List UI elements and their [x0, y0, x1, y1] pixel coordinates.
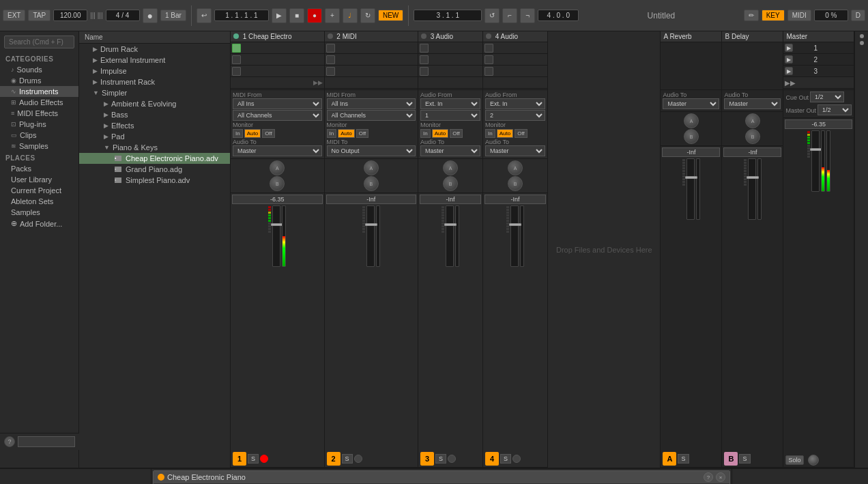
- master-play-2[interactable]: ▶: [785, 55, 793, 63]
- browser-item-drum-rack[interactable]: ▶ Drum Rack: [79, 44, 230, 55]
- track-4-audio-from[interactable]: Ext. In: [485, 98, 545, 109]
- pencil-button[interactable]: ✏: [744, 10, 759, 21]
- sidebar-item-add-folder[interactable]: ⊕Add Folder...: [0, 218, 78, 229]
- track-3-solo[interactable]: S: [435, 454, 446, 464]
- clip-btn[interactable]: [326, 55, 335, 64]
- clip-btn[interactable]: [326, 67, 335, 76]
- record-mode-button[interactable]: ●: [143, 8, 158, 23]
- sidebar-item-ableton-sets[interactable]: Ableton Sets: [0, 196, 78, 207]
- browser-item-bass[interactable]: ▶ Bass: [79, 109, 230, 120]
- follow-button[interactable]: ↻: [360, 8, 375, 23]
- clip-btn[interactable]: [484, 44, 493, 53]
- track-1-clip-2[interactable]: [231, 54, 324, 66]
- track-3-clip-3[interactable]: [418, 66, 482, 77]
- track-2-scene[interactable]: [325, 77, 418, 89]
- cue-out-select[interactable]: 1/2: [810, 91, 844, 102]
- send-b-knob[interactable]: B: [443, 176, 458, 191]
- return-b-letter[interactable]: B: [724, 452, 738, 466]
- browser-item-grand-piano[interactable]: ▪ Grand Piano.adg: [79, 164, 230, 175]
- send-b-knob[interactable]: B: [364, 176, 379, 191]
- track-3-fader-track[interactable]: [446, 205, 454, 267]
- send-a-knob[interactable]: A: [270, 160, 285, 175]
- return-a-send-b[interactable]: B: [684, 129, 699, 144]
- track-3-scene[interactable]: [418, 77, 482, 89]
- master-clip-3[interactable]: ▶ 3: [783, 66, 854, 77]
- track-2-midi-from[interactable]: All Ins: [327, 98, 416, 109]
- sidebar-item-packs[interactable]: Packs: [0, 163, 78, 174]
- track-1-arm[interactable]: [260, 455, 268, 463]
- master-fader-value[interactable]: -6.35: [785, 119, 852, 129]
- browser-item-simplest-piano[interactable]: ▪ Simplest Piano.adv: [79, 175, 230, 186]
- track-2-number[interactable]: 2: [327, 452, 341, 466]
- return-b-send-b[interactable]: B: [745, 129, 760, 144]
- master-clip-1[interactable]: ▶ 1: [783, 42, 854, 54]
- return-a-fader-value[interactable]: -Inf: [662, 147, 720, 157]
- track-3-clip-2[interactable]: [418, 54, 482, 66]
- track-1-midi-from[interactable]: All Ins: [233, 98, 322, 109]
- track-3-audio-to[interactable]: Master: [420, 145, 480, 156]
- record-button[interactable]: ●: [307, 8, 322, 23]
- browser-item-external-instrument[interactable]: ▶ External Instrument: [79, 55, 230, 66]
- track-3-audio-from[interactable]: Ext. In: [420, 98, 480, 109]
- monitor-in-btn[interactable]: In: [233, 129, 243, 138]
- track-4-scene[interactable]: [483, 77, 547, 89]
- track-1-fader-value[interactable]: -6.35: [232, 195, 323, 204]
- monitor-auto-btn[interactable]: Auto: [338, 129, 354, 138]
- info-button[interactable]: ?: [4, 436, 15, 447]
- return-b-solo[interactable]: S: [739, 454, 750, 464]
- punch-out[interactable]: ¬: [520, 8, 535, 23]
- tap-button[interactable]: TAP: [28, 10, 50, 21]
- track-4-clip-1[interactable]: [483, 42, 547, 54]
- master-clip-2[interactable]: ▶ 2: [783, 54, 854, 66]
- browser-item-pad[interactable]: ▶ Pad: [79, 131, 230, 142]
- send-a-knob[interactable]: A: [508, 160, 523, 175]
- sidebar-item-plugins[interactable]: ⊡ Plug-ins: [0, 119, 78, 130]
- browser-item-impulse[interactable]: ▶ Impulse: [79, 66, 230, 76]
- monitor-off-btn[interactable]: Off: [356, 129, 369, 138]
- sidebar-item-samples[interactable]: ≋ Samples: [0, 141, 78, 152]
- clip-btn[interactable]: [420, 44, 429, 53]
- monitor-in-btn[interactable]: In: [485, 129, 495, 138]
- end-position-display[interactable]: 4 . 0 . 0: [538, 10, 579, 21]
- track-4-clip-3[interactable]: [483, 66, 547, 77]
- arrange-back-button[interactable]: ↩: [197, 8, 212, 23]
- return-b-send-a[interactable]: A: [745, 113, 760, 128]
- monitor-off-btn[interactable]: Off: [262, 129, 275, 138]
- clip-btn[interactable]: [420, 55, 429, 64]
- midi-map-button[interactable]: MIDI: [787, 10, 811, 21]
- track-3-clip-1[interactable]: [418, 42, 482, 54]
- monitor-auto-btn[interactable]: Auto: [244, 129, 261, 138]
- overdub-button[interactable]: +: [325, 8, 340, 23]
- track-2-fader-value[interactable]: -Inf: [326, 195, 417, 204]
- return-a-send-a[interactable]: A: [684, 113, 699, 128]
- return-b-fader-handle[interactable]: [747, 176, 759, 179]
- track-2-fader-handle[interactable]: [365, 223, 377, 226]
- master-scene-launch[interactable]: ▶▶: [783, 77, 854, 89]
- send-a-knob[interactable]: A: [443, 160, 458, 175]
- return-a-fader-handle[interactable]: [685, 176, 697, 179]
- return-a-audio-to[interactable]: Master: [663, 98, 719, 109]
- sidebar-item-drums[interactable]: ◉ Drums: [0, 75, 78, 86]
- new-button[interactable]: NEW: [378, 10, 403, 21]
- browser-item-instrument-rack[interactable]: ▶ Instrument Rack: [79, 76, 230, 87]
- loop-len-button[interactable]: 1 Bar: [160, 10, 186, 21]
- browser-item-cheap-piano[interactable]: ▪ Cheap Electronic Piano.adv: [79, 153, 230, 164]
- return-a-solo[interactable]: S: [678, 454, 689, 464]
- track-4-fader-track[interactable]: [510, 205, 519, 267]
- master-solo-btn[interactable]: Solo: [785, 455, 803, 465]
- clip-stop-btn[interactable]: [232, 55, 241, 64]
- clip-btn[interactable]: [326, 44, 335, 53]
- track-2-clip-1[interactable]: [325, 42, 418, 54]
- track-2-midi-channel[interactable]: All Channels: [327, 110, 416, 121]
- sidebar-item-midi-effects[interactable]: ≡ MIDI Effects: [0, 108, 78, 119]
- d-button[interactable]: D: [851, 10, 865, 21]
- search-input[interactable]: [4, 35, 74, 48]
- track-4-number[interactable]: 4: [485, 452, 499, 466]
- track-2-clip-2[interactable]: [325, 54, 418, 66]
- master-fader-track[interactable]: [811, 130, 820, 192]
- right-panel-btn-2[interactable]: [860, 41, 864, 45]
- return-b-audio-to[interactable]: Master: [724, 98, 781, 109]
- track-3-arm[interactable]: [448, 455, 456, 463]
- master-play-3[interactable]: ▶: [785, 67, 793, 75]
- track-1-clip-scene[interactable]: ▶▶: [231, 77, 324, 89]
